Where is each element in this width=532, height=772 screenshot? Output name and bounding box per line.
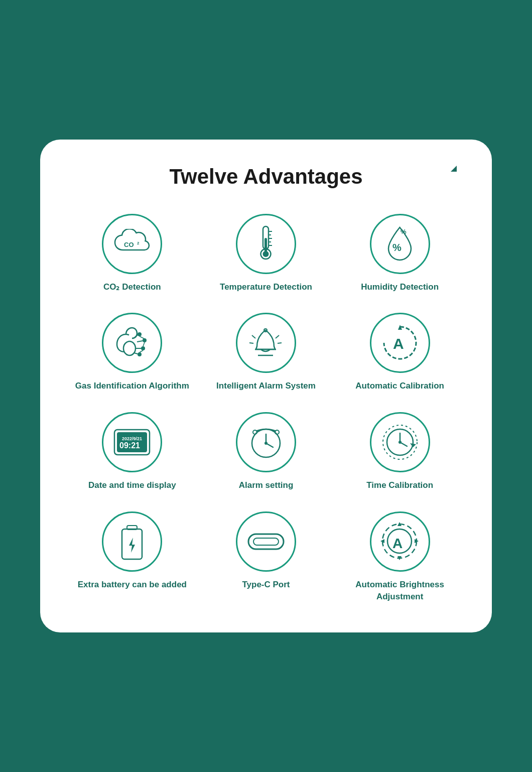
icon-calibration-circle: A	[370, 313, 430, 373]
svg-text:A: A	[392, 536, 403, 551]
gas-icon	[112, 324, 152, 362]
svg-point-15	[143, 338, 147, 342]
svg-marker-49	[410, 443, 416, 447]
svg-line-19	[137, 341, 143, 342]
svg-text:A: A	[393, 335, 404, 352]
svg-line-22	[140, 336, 145, 339]
svg-point-14	[138, 332, 142, 336]
item-type-c: Type-C Port	[204, 511, 328, 603]
svg-text:2: 2	[137, 241, 140, 245]
svg-text:CO: CO	[124, 241, 134, 248]
battery-icon	[117, 522, 147, 562]
calibration-icon: A	[380, 323, 420, 363]
label-co2-detection: CO₂ Detection	[103, 281, 161, 293]
icon-battery-circle	[102, 511, 162, 572]
icon-time-cal-circle	[370, 412, 430, 472]
label-extra-battery: Extra battery can be added	[78, 579, 187, 591]
main-card: Twelve Advantages CO 2 CO₂ Detection	[40, 140, 492, 633]
icon-co2-circle: CO 2	[102, 214, 162, 274]
svg-point-43	[264, 442, 268, 445]
svg-line-21	[134, 353, 138, 354]
svg-line-24	[140, 350, 143, 352]
label-time-calibration: Time Calibration	[366, 479, 433, 491]
svg-point-17	[138, 352, 142, 356]
icon-brightness-circle: A	[370, 511, 430, 572]
advantages-grid: CO 2 CO₂ Detection	[70, 214, 462, 603]
intelligent-alarm-icon	[247, 325, 285, 360]
svg-line-31	[278, 343, 282, 343]
icon-alarm-circle	[236, 313, 296, 373]
temperature-icon	[252, 224, 280, 264]
item-co2-detection: CO 2 CO₂ Detection	[70, 214, 194, 293]
svg-text:%: %	[392, 242, 402, 253]
icon-temperature-circle	[236, 214, 296, 274]
svg-line-23	[143, 342, 145, 346]
datetime-icon: 2022/9/21 09:21	[109, 425, 155, 460]
svg-point-47	[398, 441, 402, 444]
item-temperature-detection: Temperature Detection	[204, 214, 328, 293]
label-gas-identification: Gas Identification Algorithm	[75, 380, 189, 392]
svg-line-29	[276, 335, 279, 338]
icon-gas-circle	[102, 313, 162, 373]
label-intelligent-alarm: Intelligent Alarm System	[216, 380, 316, 392]
item-date-time: 2022/9/21 09:21 Date and time display	[70, 412, 194, 491]
icon-humidity-circle: % %	[370, 214, 430, 274]
label-type-c: Type-C Port	[242, 579, 290, 591]
svg-point-16	[141, 346, 145, 350]
svg-line-30	[249, 343, 253, 343]
item-alarm-setting: Alarm setting	[204, 412, 328, 491]
svg-rect-53	[253, 538, 279, 545]
typec-icon	[246, 529, 286, 554]
svg-point-5	[263, 251, 269, 257]
corner-decoration	[451, 166, 457, 172]
item-time-calibration: Time Calibration	[338, 412, 462, 491]
item-extra-battery: Extra battery can be added	[70, 511, 194, 603]
item-gas-identification: Gas Identification Algorithm	[70, 313, 194, 392]
page-title: Twelve Advantages	[70, 165, 462, 189]
item-intelligent-alarm: Intelligent Alarm System	[204, 313, 328, 392]
label-auto-brightness: Automatic Brightness Adjustment	[338, 579, 462, 603]
label-alarm-setting: Alarm setting	[239, 479, 294, 491]
label-date-time: Date and time display	[88, 479, 176, 491]
icon-datetime-circle: 2022/9/21 09:21	[102, 412, 162, 472]
label-automatic-calibration: Automatic Calibration	[355, 380, 444, 392]
label-temperature-detection: Temperature Detection	[220, 281, 312, 293]
svg-text:09:21: 09:21	[119, 441, 140, 450]
icon-alarm-setting-circle	[236, 412, 296, 472]
label-humidity-detection: Humidity Detection	[361, 281, 439, 293]
brightness-icon: A	[378, 520, 421, 563]
svg-text:2022/9/21: 2022/9/21	[122, 436, 142, 441]
item-humidity-detection: % % Humidity Detection	[338, 214, 462, 293]
time-cal-icon	[380, 422, 420, 462]
co2-icon: CO 2	[114, 229, 150, 259]
item-automatic-calibration: A Automatic Calibration	[338, 313, 462, 392]
item-auto-brightness: A Automatic Brightness Adjustment	[338, 511, 462, 603]
humidity-icon: % %	[383, 225, 416, 263]
alarm-setting-icon	[246, 422, 286, 462]
svg-point-13	[123, 341, 136, 355]
svg-line-28	[252, 335, 255, 338]
icon-typec-circle	[236, 511, 296, 572]
svg-text:%: %	[401, 228, 407, 235]
